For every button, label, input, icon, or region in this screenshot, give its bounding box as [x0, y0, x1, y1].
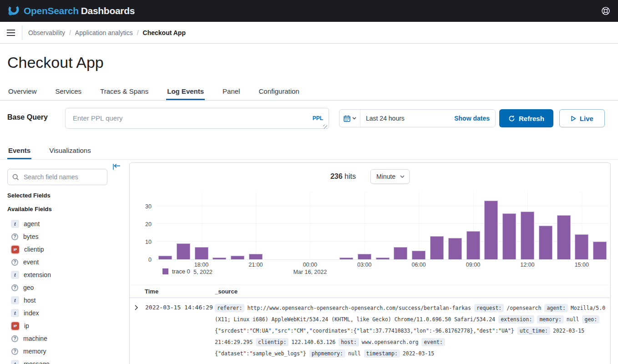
field-label: memory: [23, 348, 46, 355]
log-row: 2022-03-15 14:46:29referer:http://www.op…: [130, 298, 610, 364]
chart-bar: [376, 258, 390, 259]
field-item-index[interactable]: tindex: [7, 307, 107, 319]
field-item-clientip[interactable]: IPclientip: [7, 243, 107, 256]
breadcrumb-application-analytics[interactable]: Application analytics: [75, 29, 133, 36]
textarea-resize-handle[interactable]: [323, 125, 327, 129]
field-label: machine: [23, 335, 47, 342]
query-bar: Base Query PPL Last 24 hours Show dates: [0, 101, 618, 131]
field-item-agent[interactable]: tagent: [7, 217, 107, 230]
chart-bar: [593, 242, 607, 259]
tab-visualizations[interactable]: Visualizations: [48, 142, 91, 159]
chart-bar: [394, 247, 407, 259]
string-type-icon: t: [11, 309, 19, 317]
breadcrumb-separator: /: [137, 29, 139, 36]
field-label: clientip: [24, 246, 44, 253]
field-item-geo[interactable]: ?geo: [7, 281, 107, 294]
gridline: [256, 192, 256, 260]
tab-configuration[interactable]: Configuration: [258, 83, 300, 100]
bar-chart[interactable]: trace 0 010203018:0015, 202221:0000:00Ma…: [156, 192, 609, 260]
tab-services[interactable]: Services: [55, 83, 83, 100]
chart-bar: [575, 234, 588, 259]
field-item-memory[interactable]: ?memory: [7, 345, 107, 358]
field-item-host[interactable]: thost: [7, 294, 107, 307]
legend-trace-0[interactable]: trace 0: [162, 268, 194, 275]
y-axis-label: 10: [136, 239, 152, 245]
expand-row-button[interactable]: [130, 303, 145, 364]
tab-log-events[interactable]: Log Events: [166, 83, 205, 100]
string-type-icon: t: [11, 296, 19, 304]
x-axis-label: 09:00: [466, 262, 480, 268]
play-icon: [571, 116, 576, 121]
tab-traces-spans[interactable]: Traces & Spans: [99, 83, 149, 100]
tab-overview[interactable]: Overview: [7, 83, 38, 100]
chart-bar: [158, 256, 172, 259]
field-item-bytes[interactable]: ?bytes: [7, 230, 107, 243]
chart-bar: [502, 213, 516, 259]
field-label: extension: [24, 271, 51, 278]
live-button[interactable]: Live: [559, 109, 605, 127]
field-item-extension[interactable]: textension: [7, 268, 107, 281]
chart-bar: [539, 226, 552, 259]
breadcrumb-observability[interactable]: Observability: [28, 29, 65, 36]
field-key-badge: timestamp:: [364, 349, 400, 358]
refresh-button[interactable]: Refresh: [499, 109, 553, 127]
opensearch-logo-icon: [7, 4, 20, 18]
field-label: message: [24, 360, 50, 364]
field-item-message[interactable]: tmessage: [7, 358, 107, 364]
quick-select-menu-button[interactable]: [339, 110, 360, 127]
ip-type-icon: IP: [11, 246, 19, 253]
field-label: bytes: [23, 233, 38, 240]
ppl-query-input[interactable]: [65, 108, 329, 129]
x-axis-label: 12:00: [520, 262, 534, 268]
chart-bar: [430, 236, 444, 259]
field-key-badge: memory:: [537, 315, 563, 324]
chart-bar: [177, 243, 190, 259]
tab-events[interactable]: Events: [7, 142, 31, 159]
field-label: geo: [23, 284, 34, 291]
chart-bar: [448, 238, 462, 259]
log-source: referer:http://www.opensearch-opensearch…: [215, 303, 610, 364]
log-time: 2022-03-15 14:46:29: [145, 303, 215, 364]
x-axis-label: 03:00: [357, 262, 371, 268]
calendar-icon: [344, 115, 350, 122]
field-search-input[interactable]: [23, 173, 102, 181]
field-item-event[interactable]: ?event: [7, 256, 107, 268]
ip-type-icon: IP: [11, 322, 19, 330]
app-tabs: Overview Services Traces & Spans Log Eve…: [0, 83, 618, 101]
brand-title: OpenSearchDashboards: [24, 5, 135, 16]
unknown-type-icon: ?: [11, 348, 18, 355]
unknown-type-icon: ?: [11, 284, 18, 291]
time-range-value[interactable]: Last 24 hours: [360, 115, 454, 122]
field-key-badge: phpmemory:: [309, 349, 345, 358]
chart-bar: [358, 254, 371, 259]
field-item-ip[interactable]: IPip: [7, 319, 107, 332]
x-axis-label: 15:00: [575, 262, 589, 268]
field-key-badge: agent:: [544, 304, 568, 312]
field-label: index: [24, 309, 39, 317]
show-dates-link[interactable]: Show dates: [454, 115, 495, 122]
menu-icon[interactable]: [0, 22, 22, 44]
log-table-header: Time _source: [130, 285, 610, 298]
help-icon[interactable]: [601, 6, 611, 16]
fields-sidebar: Selected Fields Available Fields tagent?…: [7, 160, 107, 364]
log-table-body: 2022-03-15 14:46:29referer:http://www.op…: [130, 298, 610, 364]
legend-swatch: [162, 268, 168, 274]
field-key-badge: geo:: [582, 315, 599, 324]
x-axis-label: 06:00: [411, 262, 426, 268]
chart-bar: [412, 251, 426, 260]
x-axis-label: 21:00: [248, 262, 263, 268]
tab-panel[interactable]: Panel: [222, 83, 241, 100]
breadcrumb-separator: /: [69, 29, 71, 36]
field-item-machine[interactable]: ?machine: [7, 332, 107, 345]
time-range-picker: Last 24 hours Show dates: [339, 109, 496, 127]
interval-select[interactable]: Minute: [370, 169, 410, 184]
y-axis-label: 30: [136, 203, 152, 210]
column-source: _source: [215, 288, 238, 295]
y-axis-label: 0: [136, 257, 152, 263]
collapse-sidebar-icon[interactable]: [113, 163, 122, 172]
available-fields-list: tagent?bytesIPclientip?eventtextension?g…: [7, 217, 107, 364]
chart-bar: [484, 201, 498, 259]
opensearch-logo[interactable]: OpenSearchDashboards: [7, 4, 135, 18]
refresh-icon: [508, 115, 515, 122]
chart-bar: [195, 247, 208, 259]
